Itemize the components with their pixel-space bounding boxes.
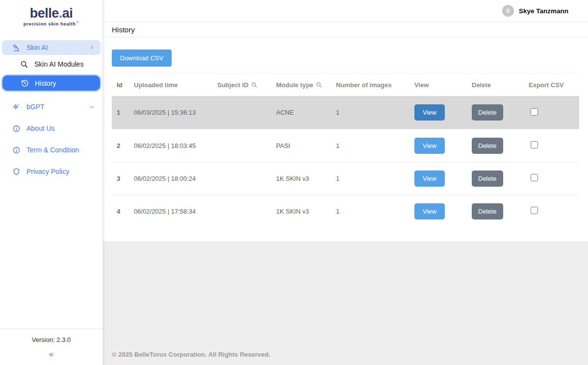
column-header-uploaded-time: Uploaded time [134,81,217,89]
export-csv-checkbox[interactable] [531,207,538,214]
export-csv-checkbox[interactable] [531,141,538,148]
content-background: © 2025 BelleTorus Corporation. All Right… [103,241,588,365]
sidebar-item-about-us[interactable]: About Us [2,121,101,136]
history-panel: Download CSV Id Uploaded time Subject ID… [103,37,588,241]
sidebar-item-label: Skin AI Modules [34,60,95,68]
chevron-down-icon [89,104,95,110]
brand-wordmark-belle: belle [30,6,59,21]
cell-number-of-images: 1 [336,175,414,182]
sidebar-item-skin-ai-modules[interactable]: Skin AI Modules [2,57,101,72]
shield-icon [12,167,21,176]
cell-uploaded-time: 06/02/2025 | 18:00:24 [134,175,217,182]
brand-tagline: precision skin health™ [0,21,102,26]
page-title: History [112,25,135,34]
search-icon [251,82,257,88]
info-icon [12,146,21,154]
brand-wordmark: belle.ai [0,7,102,20]
delete-button[interactable]: Delete [472,203,503,219]
cell-module-type: 1K SKIN v3 [276,208,336,215]
sidebar-item-term-condition[interactable]: Term & Condition [2,143,101,157]
brand-wordmark-ai: ai [62,6,73,21]
info-icon [12,124,21,133]
cell-number-of-images: 1 [336,109,414,116]
history-icon [20,79,29,88]
sidebar: belle.ai precision skin health™ Skin AI … [0,0,103,365]
search-icon [316,82,322,88]
sidebar-item-privacy-policy[interactable]: Privacy Policy [2,164,101,179]
avatar[interactable]: S [502,5,514,17]
sidebar-item-label: About Us [26,124,95,132]
sidebar-item-label: Term & Condition [26,146,95,154]
cell-number-of-images: 1 [336,208,414,215]
cell-id: 2 [112,142,134,149]
cell-id: 3 [112,175,134,182]
delete-button[interactable]: Delete [472,170,503,187]
column-header-number-of-images: Number of images [336,81,414,89]
cell-uploaded-time: 06/02/2025 | 17:58:34 [134,208,217,215]
view-button[interactable]: View [414,170,445,187]
sparkle-icon [12,102,21,111]
cell-number-of-images: 1 [336,142,414,149]
copyright-notice: © 2025 BelleTorus Corporation. All Right… [103,351,270,365]
delete-button[interactable]: Delete [472,138,503,154]
sidebar-nav: Skin AI Skin AI Modules History bGPT [0,38,102,329]
cell-id: 1 [112,109,134,116]
view-button[interactable]: View [414,138,445,154]
sidebar-footer: Version: 2.3.0 « [0,329,102,365]
column-header-export-csv: Export CSV [529,81,579,89]
trademark-symbol: ™ [76,21,79,24]
delete-button[interactable]: Delete [472,104,503,121]
table-row: 3 06/02/2025 | 18:00:24 1K SKIN v3 1 Vie… [112,162,579,195]
download-csv-button[interactable]: Download CSV [112,49,172,67]
view-button[interactable]: View [414,203,445,219]
export-csv-checkbox[interactable] [531,174,538,181]
chevron-right-icon [89,45,95,50]
column-header-module-type[interactable]: Module type [276,81,336,89]
column-header-id: Id [112,81,134,89]
table-row: 4 06/02/2025 | 17:58:34 1K SKIN v3 1 Vie… [112,195,579,227]
sidebar-item-label: History [35,79,94,87]
table-row: 2 06/02/2025 | 18:03:45 PASI 1 View Dele… [112,129,579,162]
version-label: Version: 2.3.0 [0,336,102,343]
cell-id: 4 [112,208,134,215]
microscope-icon [12,43,21,52]
sidebar-item-label: Privacy Policy [26,168,95,175]
sidebar-item-history[interactable]: History [2,75,100,91]
sidebar-item-bgpt[interactable]: bGPT [2,99,101,114]
brand-logo: belle.ai precision skin health™ [0,0,102,31]
table-header-row: Id Uploaded time Subject ID Module type … [112,74,579,96]
collapse-sidebar-button[interactable]: « [49,349,53,359]
title-bar: History [103,22,588,37]
main-area: S Skye Tanzmann History Download CSV Id … [103,0,588,365]
cell-module-type: 1K SKIN v3 [276,175,336,182]
cell-uploaded-time: 06/02/2025 | 18:03:45 [134,142,217,149]
history-table: Id Uploaded time Subject ID Module type … [112,73,579,227]
sidebar-item-label: Skin AI [26,44,89,51]
column-header-view: View [414,81,472,89]
export-csv-checkbox[interactable] [531,108,538,116]
column-header-delete: Delete [472,81,529,89]
top-bar: S Skye Tanzmann [103,0,588,22]
sidebar-item-skin-ai[interactable]: Skin AI [2,40,101,55]
cell-uploaded-time: 06/03/2025 | 15:36:13 [134,109,217,116]
cell-module-type: PASI [276,142,336,149]
table-row: 1 06/03/2025 | 15:36:13 ACNE 1 View Dele… [112,96,579,129]
sidebar-item-label: bGPT [26,103,89,111]
search-icon [20,60,28,69]
brand-dot: . [59,6,62,21]
cell-module-type: ACNE [276,109,336,116]
user-name: Skye Tanzmann [519,7,568,15]
view-button[interactable]: View [414,104,445,121]
column-header-subject-id[interactable]: Subject ID [217,81,276,89]
